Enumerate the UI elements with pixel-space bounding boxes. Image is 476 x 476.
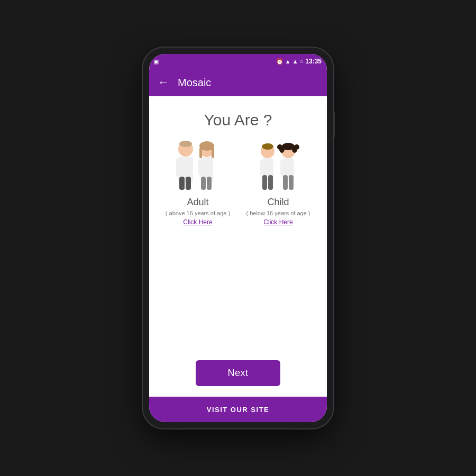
svg-rect-19 [269, 160, 273, 176]
svg-rect-27 [283, 175, 288, 190]
adult-sub-text: ( above 16 years of age ) [166, 210, 230, 216]
status-system-icons: ⏰ ▲ ▲ ○ [276, 58, 303, 65]
svg-rect-3 [188, 158, 193, 177]
svg-point-32 [277, 144, 282, 150]
options-row: Adult ( above 16 years of age ) Click He… [158, 140, 318, 226]
alarm-icon: ⏰ [276, 58, 283, 65]
adult-click-here[interactable]: Click Here [183, 218, 212, 226]
app-title: Mosaic [178, 77, 211, 89]
svg-rect-2 [176, 158, 181, 177]
status-bar: ▣ ⏰ ▲ ▲ ○ 13:35 [149, 54, 327, 69]
power-button [333, 111, 335, 138]
child-avatar-container [244, 140, 313, 193]
svg-point-33 [294, 144, 299, 150]
phone-frame: ▣ ⏰ ▲ ▲ ○ 13:35 ← Mosaic You Are ? [143, 48, 333, 428]
svg-rect-9 [198, 159, 203, 176]
page-title: You Are ? [204, 111, 272, 129]
signal-icon: ▲ [292, 58, 298, 65]
svg-rect-18 [260, 160, 264, 176]
status-right-area: ⏰ ▲ ▲ ○ 13:35 [276, 58, 322, 65]
child-avatar [244, 140, 313, 193]
svg-point-6 [179, 141, 192, 147]
svg-rect-5 [186, 177, 191, 190]
svg-rect-26 [289, 160, 294, 176]
app-bar: ← Mosaic [149, 69, 327, 96]
main-content: You Are ? [149, 96, 327, 397]
child-option-card: Child ( below 16 years of age ) Click He… [243, 140, 314, 226]
adult-avatar [163, 140, 232, 193]
svg-rect-12 [207, 177, 212, 190]
svg-rect-10 [205, 159, 210, 176]
svg-rect-11 [201, 177, 206, 190]
svg-rect-15 [212, 148, 214, 158]
svg-rect-4 [179, 177, 185, 190]
wifi-icon: ▲ [285, 58, 291, 65]
bottom-bar[interactable]: VISIT OUR SITE [149, 397, 327, 422]
battery-icon: ○ [300, 58, 304, 65]
next-button-container: Next [158, 350, 318, 397]
status-left-icons: ▣ [153, 58, 160, 65]
adult-avatar-container [163, 140, 232, 193]
svg-rect-20 [262, 175, 267, 190]
next-button[interactable]: Next [196, 360, 280, 386]
svg-point-22 [262, 143, 273, 150]
child-click-here[interactable]: Click Here [263, 218, 292, 226]
visit-site-label: VISIT OUR SITE [207, 406, 270, 414]
child-sub-text: ( below 16 years of age ) [246, 210, 310, 216]
svg-rect-14 [199, 148, 202, 158]
svg-rect-28 [289, 175, 294, 190]
svg-rect-25 [280, 160, 285, 176]
svg-rect-21 [268, 175, 273, 190]
adult-label: Adult [187, 197, 208, 208]
adult-option-card: Adult ( above 16 years of age ) Click He… [162, 140, 233, 226]
phone-screen: ▣ ⏰ ▲ ▲ ○ 13:35 ← Mosaic You Are ? [149, 54, 327, 422]
child-label: Child [267, 197, 289, 208]
notification-icon: ▣ [153, 58, 159, 65]
back-button[interactable]: ← [158, 76, 169, 89]
status-time: 13:35 [305, 58, 322, 65]
